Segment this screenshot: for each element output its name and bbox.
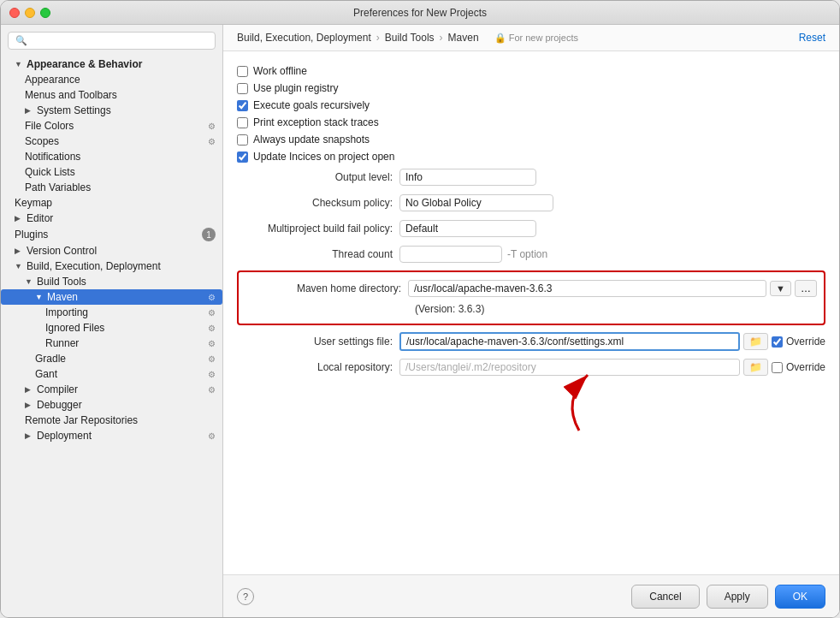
- thread-count-input[interactable]: [399, 246, 502, 263]
- sidebar-item-appearance-behavior[interactable]: ▼ Appearance & Behavior: [1, 56, 222, 72]
- use-plugin-registry-checkbox[interactable]: [237, 83, 248, 94]
- print-exception-checkbox[interactable]: [237, 117, 248, 128]
- window-title: Preferences for New Projects: [353, 7, 487, 19]
- sidebar-item-remote-jar[interactable]: Remote Jar Repositories: [1, 413, 222, 428]
- annotation-arrow: [511, 366, 682, 435]
- maven-home-label: Maven home directory:: [245, 282, 408, 294]
- sidebar-item-appearance[interactable]: Appearance: [1, 72, 222, 87]
- sidebar-item-gradle[interactable]: Gradle ⚙: [1, 351, 222, 366]
- sidebar-item-compiler[interactable]: ▶ Compiler ⚙: [1, 382, 222, 397]
- sidebar-item-debugger[interactable]: ▶ Debugger: [1, 397, 222, 413]
- settings-icon: ⚙: [208, 354, 216, 364]
- maven-version-row: (Version: 3.6.3): [245, 301, 817, 317]
- execute-goals-row: Execute goals recursively: [237, 99, 825, 111]
- output-level-select[interactable]: Info Debug Warning Error: [399, 169, 536, 186]
- maven-home-input[interactable]: [408, 280, 766, 297]
- sidebar-item-label: Ignored Files: [45, 322, 104, 334]
- work-offline-label: Work offline: [253, 65, 307, 77]
- help-button[interactable]: ?: [237, 588, 254, 605]
- local-repo-override-checkbox[interactable]: [772, 362, 783, 373]
- sidebar-item-label: Editor: [27, 212, 53, 224]
- work-offline-checkbox[interactable]: [237, 66, 248, 77]
- local-repo-label: Local repository:: [237, 361, 399, 373]
- sidebar-item-label: Path Variables: [25, 181, 91, 193]
- reset-link[interactable]: Reset: [799, 32, 825, 44]
- close-button[interactable]: [9, 8, 20, 18]
- settings-icon: ⚙: [208, 308, 216, 318]
- settings-icon: ⚙: [208, 431, 216, 441]
- sidebar-item-menus-toolbars[interactable]: Menus and Toolbars: [1, 87, 222, 103]
- sidebar-item-file-colors[interactable]: File Colors ⚙: [1, 118, 222, 134]
- update-indices-label: Update Incices on project open: [253, 151, 394, 163]
- always-update-label: Always update snapshots: [253, 134, 370, 146]
- triangle-icon: ▶: [25, 385, 33, 394]
- thread-count-label: Thread count: [237, 248, 399, 260]
- sidebar-item-plugins[interactable]: Plugins 1: [1, 226, 222, 243]
- multiproject-policy-select-wrapper: Default At End Never Fail Fast: [399, 220, 536, 237]
- sidebar-tree: ▼ Appearance & Behavior Appearance Menus…: [1, 56, 222, 617]
- multiproject-policy-label: Multiproject build fail policy:: [237, 223, 399, 235]
- sidebar-item-system-settings[interactable]: ▶ System Settings: [1, 103, 222, 118]
- search-icon: 🔍: [15, 35, 27, 46]
- always-update-checkbox[interactable]: [237, 134, 248, 146]
- triangle-icon: ▶: [15, 247, 23, 255]
- sidebar-item-ignored-files[interactable]: Ignored Files ⚙: [1, 320, 222, 336]
- sidebar-item-maven[interactable]: ▼ Maven ⚙: [1, 289, 222, 305]
- ok-button[interactable]: OK: [775, 585, 825, 609]
- sidebar-item-build-exec-deploy[interactable]: ▼ Build, Execution, Deployment: [1, 258, 222, 274]
- user-settings-input[interactable]: [399, 332, 740, 351]
- user-settings-folder-btn[interactable]: 📁: [743, 333, 768, 350]
- breadcrumb-separator: ›: [440, 32, 443, 44]
- sidebar-item-gant[interactable]: Gant ⚙: [1, 366, 222, 382]
- local-repo-folder-btn[interactable]: 📁: [743, 359, 768, 376]
- maven-home-dropdown-btn[interactable]: ▼: [770, 281, 791, 296]
- maximize-button[interactable]: [40, 8, 50, 18]
- sidebar-item-label: Appearance: [25, 74, 80, 86]
- search-box[interactable]: 🔍: [8, 32, 216, 50]
- override-label: Override: [786, 361, 825, 373]
- sidebar-item-importing[interactable]: Importing ⚙: [1, 305, 222, 320]
- checksum-policy-select[interactable]: No Global Policy Fail Warn Ignore: [399, 194, 553, 211]
- preferences-window: Preferences for New Projects 🔍 ▼ Appeara…: [0, 0, 840, 618]
- cancel-button[interactable]: Cancel: [631, 585, 699, 609]
- thread-count-control: -T option: [399, 246, 825, 263]
- multiproject-policy-row: Multiproject build fail policy: Default …: [237, 219, 825, 238]
- checksum-policy-label: Checksum policy:: [237, 197, 399, 209]
- sidebar-item-scopes[interactable]: Scopes ⚙: [1, 134, 222, 149]
- triangle-icon: ▶: [15, 214, 23, 223]
- thread-count-row: Thread count -T option: [237, 245, 825, 264]
- user-settings-row: User settings file: 📁 Override: [237, 332, 825, 351]
- annotation-layer: [237, 383, 825, 452]
- sidebar-item-label: Gradle: [35, 353, 66, 365]
- project-tag: 🔒 For new projects: [494, 33, 578, 44]
- bottom-bar: ? Cancel Apply OK: [223, 574, 839, 617]
- sidebar-item-quick-lists[interactable]: Quick Lists: [1, 164, 222, 180]
- sidebar-item-notifications[interactable]: Notifications: [1, 149, 222, 164]
- maven-home-folder-btn[interactable]: …: [795, 280, 817, 297]
- multiproject-policy-select[interactable]: Default At End Never Fail Fast: [399, 220, 536, 237]
- main-content: 🔍 ▼ Appearance & Behavior Appearance Men…: [1, 25, 839, 617]
- sidebar-item-path-variables[interactable]: Path Variables: [1, 180, 222, 195]
- execute-goals-label: Execute goals recursively: [253, 99, 370, 111]
- breadcrumb-part-1: Build, Execution, Deployment: [237, 32, 371, 44]
- user-settings-override-checkbox[interactable]: [772, 336, 783, 348]
- sidebar-item-build-tools[interactable]: ▼ Build Tools: [1, 274, 222, 289]
- multiproject-policy-control: Default At End Never Fail Fast: [399, 220, 825, 237]
- sidebar-item-runner[interactable]: Runner ⚙: [1, 336, 222, 351]
- output-level-row: Output level: Info Debug Warning Error: [237, 168, 825, 187]
- apply-button[interactable]: Apply: [707, 585, 768, 609]
- settings-icon: ⚙: [208, 137, 216, 146]
- maven-home-row: Maven home directory: ▼ …: [245, 279, 817, 298]
- sidebar-item-keymap[interactable]: Keymap: [1, 195, 222, 211]
- user-settings-override: Override: [772, 336, 825, 348]
- execute-goals-checkbox[interactable]: [237, 100, 248, 111]
- triangle-icon: ▶: [25, 401, 33, 409]
- sidebar-item-deployment[interactable]: ▶ Deployment ⚙: [1, 428, 222, 443]
- update-indices-checkbox[interactable]: [237, 152, 248, 163]
- sidebar-item-editor[interactable]: ▶ Editor: [1, 211, 222, 226]
- print-exception-label: Print exception stack traces: [253, 116, 379, 128]
- sidebar-item-label: Remote Jar Repositories: [25, 414, 138, 426]
- sidebar-item-version-control[interactable]: ▶ Version Control: [1, 243, 222, 258]
- settings-icon: ⚙: [208, 385, 216, 395]
- minimize-button[interactable]: [25, 8, 35, 18]
